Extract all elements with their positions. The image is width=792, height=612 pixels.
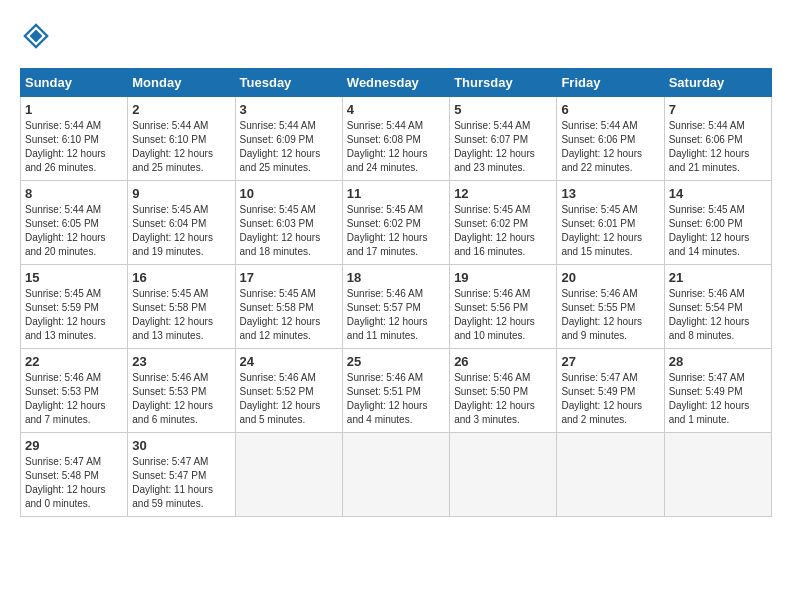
day-number: 12 (454, 186, 552, 201)
cell-details: Sunrise: 5:45 AM Sunset: 6:00 PM Dayligh… (669, 203, 767, 259)
day-number: 28 (669, 354, 767, 369)
day-number: 21 (669, 270, 767, 285)
calendar-cell: 6Sunrise: 5:44 AM Sunset: 6:06 PM Daylig… (557, 97, 664, 181)
day-number: 30 (132, 438, 230, 453)
calendar-cell: 15Sunrise: 5:45 AM Sunset: 5:59 PM Dayli… (21, 265, 128, 349)
cell-details: Sunrise: 5:46 AM Sunset: 5:53 PM Dayligh… (25, 371, 123, 427)
day-number: 7 (669, 102, 767, 117)
cell-details: Sunrise: 5:46 AM Sunset: 5:53 PM Dayligh… (132, 371, 230, 427)
calendar-cell (664, 433, 771, 517)
day-number: 14 (669, 186, 767, 201)
day-number: 15 (25, 270, 123, 285)
calendar-week-row: 8Sunrise: 5:44 AM Sunset: 6:05 PM Daylig… (21, 181, 772, 265)
calendar-cell: 22Sunrise: 5:46 AM Sunset: 5:53 PM Dayli… (21, 349, 128, 433)
calendar-week-row: 15Sunrise: 5:45 AM Sunset: 5:59 PM Dayli… (21, 265, 772, 349)
cell-details: Sunrise: 5:46 AM Sunset: 5:57 PM Dayligh… (347, 287, 445, 343)
weekday-header-wednesday: Wednesday (342, 69, 449, 97)
day-number: 8 (25, 186, 123, 201)
cell-details: Sunrise: 5:46 AM Sunset: 5:52 PM Dayligh… (240, 371, 338, 427)
calendar-cell (557, 433, 664, 517)
cell-details: Sunrise: 5:45 AM Sunset: 5:59 PM Dayligh… (25, 287, 123, 343)
weekday-header-thursday: Thursday (450, 69, 557, 97)
cell-details: Sunrise: 5:47 AM Sunset: 5:49 PM Dayligh… (561, 371, 659, 427)
calendar-cell (450, 433, 557, 517)
logo (20, 20, 56, 52)
calendar-cell: 27Sunrise: 5:47 AM Sunset: 5:49 PM Dayli… (557, 349, 664, 433)
calendar-cell: 28Sunrise: 5:47 AM Sunset: 5:49 PM Dayli… (664, 349, 771, 433)
day-number: 22 (25, 354, 123, 369)
calendar-cell: 26Sunrise: 5:46 AM Sunset: 5:50 PM Dayli… (450, 349, 557, 433)
calendar-body: 1Sunrise: 5:44 AM Sunset: 6:10 PM Daylig… (21, 97, 772, 517)
day-number: 11 (347, 186, 445, 201)
cell-details: Sunrise: 5:45 AM Sunset: 6:01 PM Dayligh… (561, 203, 659, 259)
calendar-cell: 21Sunrise: 5:46 AM Sunset: 5:54 PM Dayli… (664, 265, 771, 349)
cell-details: Sunrise: 5:46 AM Sunset: 5:51 PM Dayligh… (347, 371, 445, 427)
weekday-header-sunday: Sunday (21, 69, 128, 97)
cell-details: Sunrise: 5:46 AM Sunset: 5:55 PM Dayligh… (561, 287, 659, 343)
calendar-cell: 12Sunrise: 5:45 AM Sunset: 6:02 PM Dayli… (450, 181, 557, 265)
calendar-cell: 18Sunrise: 5:46 AM Sunset: 5:57 PM Dayli… (342, 265, 449, 349)
cell-details: Sunrise: 5:45 AM Sunset: 6:02 PM Dayligh… (347, 203, 445, 259)
cell-details: Sunrise: 5:46 AM Sunset: 5:56 PM Dayligh… (454, 287, 552, 343)
day-number: 10 (240, 186, 338, 201)
calendar-cell: 1Sunrise: 5:44 AM Sunset: 6:10 PM Daylig… (21, 97, 128, 181)
day-number: 26 (454, 354, 552, 369)
weekday-header-tuesday: Tuesday (235, 69, 342, 97)
cell-details: Sunrise: 5:46 AM Sunset: 5:50 PM Dayligh… (454, 371, 552, 427)
day-number: 20 (561, 270, 659, 285)
calendar-header: SundayMondayTuesdayWednesdayThursdayFrid… (21, 69, 772, 97)
calendar-cell: 23Sunrise: 5:46 AM Sunset: 5:53 PM Dayli… (128, 349, 235, 433)
cell-details: Sunrise: 5:44 AM Sunset: 6:07 PM Dayligh… (454, 119, 552, 175)
weekday-header-saturday: Saturday (664, 69, 771, 97)
cell-details: Sunrise: 5:45 AM Sunset: 5:58 PM Dayligh… (240, 287, 338, 343)
cell-details: Sunrise: 5:44 AM Sunset: 6:10 PM Dayligh… (25, 119, 123, 175)
day-number: 3 (240, 102, 338, 117)
cell-details: Sunrise: 5:44 AM Sunset: 6:05 PM Dayligh… (25, 203, 123, 259)
calendar-cell: 2Sunrise: 5:44 AM Sunset: 6:10 PM Daylig… (128, 97, 235, 181)
day-number: 23 (132, 354, 230, 369)
calendar-cell: 20Sunrise: 5:46 AM Sunset: 5:55 PM Dayli… (557, 265, 664, 349)
cell-details: Sunrise: 5:47 AM Sunset: 5:47 PM Dayligh… (132, 455, 230, 511)
calendar-week-row: 22Sunrise: 5:46 AM Sunset: 5:53 PM Dayli… (21, 349, 772, 433)
calendar-cell (342, 433, 449, 517)
day-number: 4 (347, 102, 445, 117)
cell-details: Sunrise: 5:45 AM Sunset: 6:04 PM Dayligh… (132, 203, 230, 259)
day-number: 29 (25, 438, 123, 453)
calendar-cell: 5Sunrise: 5:44 AM Sunset: 6:07 PM Daylig… (450, 97, 557, 181)
day-number: 19 (454, 270, 552, 285)
calendar-cell: 25Sunrise: 5:46 AM Sunset: 5:51 PM Dayli… (342, 349, 449, 433)
calendar-cell: 29Sunrise: 5:47 AM Sunset: 5:48 PM Dayli… (21, 433, 128, 517)
day-number: 18 (347, 270, 445, 285)
calendar-cell: 9Sunrise: 5:45 AM Sunset: 6:04 PM Daylig… (128, 181, 235, 265)
cell-details: Sunrise: 5:44 AM Sunset: 6:08 PM Dayligh… (347, 119, 445, 175)
calendar-cell: 30Sunrise: 5:47 AM Sunset: 5:47 PM Dayli… (128, 433, 235, 517)
calendar-cell: 8Sunrise: 5:44 AM Sunset: 6:05 PM Daylig… (21, 181, 128, 265)
weekday-header-row: SundayMondayTuesdayWednesdayThursdayFrid… (21, 69, 772, 97)
calendar-cell: 14Sunrise: 5:45 AM Sunset: 6:00 PM Dayli… (664, 181, 771, 265)
cell-details: Sunrise: 5:47 AM Sunset: 5:48 PM Dayligh… (25, 455, 123, 511)
cell-details: Sunrise: 5:44 AM Sunset: 6:10 PM Dayligh… (132, 119, 230, 175)
day-number: 2 (132, 102, 230, 117)
day-number: 16 (132, 270, 230, 285)
page-header (20, 20, 772, 52)
day-number: 6 (561, 102, 659, 117)
day-number: 1 (25, 102, 123, 117)
day-number: 9 (132, 186, 230, 201)
logo-icon (20, 20, 52, 52)
calendar-cell: 7Sunrise: 5:44 AM Sunset: 6:06 PM Daylig… (664, 97, 771, 181)
cell-details: Sunrise: 5:44 AM Sunset: 6:06 PM Dayligh… (561, 119, 659, 175)
calendar-cell: 24Sunrise: 5:46 AM Sunset: 5:52 PM Dayli… (235, 349, 342, 433)
weekday-header-monday: Monday (128, 69, 235, 97)
calendar-cell: 4Sunrise: 5:44 AM Sunset: 6:08 PM Daylig… (342, 97, 449, 181)
calendar-cell: 16Sunrise: 5:45 AM Sunset: 5:58 PM Dayli… (128, 265, 235, 349)
cell-details: Sunrise: 5:47 AM Sunset: 5:49 PM Dayligh… (669, 371, 767, 427)
calendar-week-row: 1Sunrise: 5:44 AM Sunset: 6:10 PM Daylig… (21, 97, 772, 181)
calendar-cell: 13Sunrise: 5:45 AM Sunset: 6:01 PM Dayli… (557, 181, 664, 265)
calendar-table: SundayMondayTuesdayWednesdayThursdayFrid… (20, 68, 772, 517)
cell-details: Sunrise: 5:45 AM Sunset: 5:58 PM Dayligh… (132, 287, 230, 343)
calendar-cell: 11Sunrise: 5:45 AM Sunset: 6:02 PM Dayli… (342, 181, 449, 265)
cell-details: Sunrise: 5:44 AM Sunset: 6:06 PM Dayligh… (669, 119, 767, 175)
day-number: 13 (561, 186, 659, 201)
calendar-cell: 17Sunrise: 5:45 AM Sunset: 5:58 PM Dayli… (235, 265, 342, 349)
cell-details: Sunrise: 5:44 AM Sunset: 6:09 PM Dayligh… (240, 119, 338, 175)
